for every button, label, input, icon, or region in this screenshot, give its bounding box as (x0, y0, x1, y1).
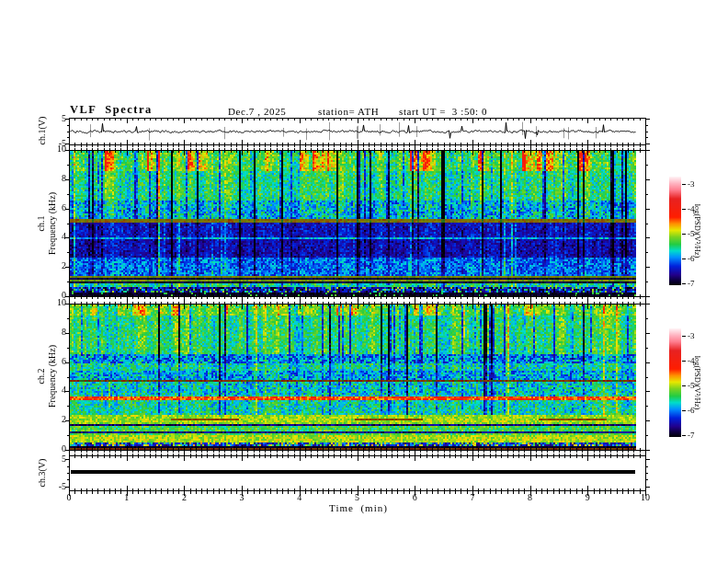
x-tick-label: 8 (528, 493, 532, 502)
y-tick-label: 4 (37, 385, 66, 395)
y-tick-label: 8 (37, 327, 66, 337)
colorbar-tick-label: -5 (688, 230, 695, 238)
header-start-ut: start UT = 3 :50: 0 (399, 107, 487, 117)
colorbar-tick-label: -4 (688, 357, 695, 365)
colorbar-tick-label: -6 (688, 255, 695, 263)
y-tick-label: -5 (37, 139, 66, 148)
x-tick-label: 9 (586, 493, 590, 502)
spec1-frequency-axis-label: Frequency (kHz) (48, 192, 57, 255)
plot-title: VLF Spectra (70, 104, 153, 116)
colorbar-tick-label: -5 (688, 382, 695, 390)
y-tick-label: 6 (37, 203, 66, 213)
time-axis-label: Time (min) (329, 503, 388, 513)
x-tick-label: 5 (355, 493, 359, 502)
y-tick-label: 4 (37, 232, 66, 241)
colorbar-tick-label: -7 (688, 280, 695, 288)
colorbar-tick-label: -7 (688, 431, 695, 440)
x-tick-label: 1 (124, 493, 129, 502)
header-date: Dec.7 , 2025 (228, 107, 286, 117)
x-tick-label: 3 (240, 493, 245, 502)
colorbar-tick-label: -3 (688, 180, 695, 189)
y-tick-label: 6 (37, 357, 66, 366)
x-tick-label: 7 (470, 493, 474, 502)
colorbar-2-label: log(PSD)(V²/Hz) (694, 356, 702, 410)
header-station: station= ATH (318, 107, 379, 117)
x-tick-label: 2 (182, 493, 187, 502)
y-tick-label: 5 (37, 454, 66, 464)
y-tick-label: 2 (37, 415, 66, 424)
colorbar-tick-label: -4 (688, 205, 695, 213)
vlf-spectra-figure: VLF Spectra Dec.7 , 2025 station= ATH st… (0, 0, 728, 563)
x-tick-label: 4 (297, 493, 301, 502)
y-tick-label: 2 (37, 261, 66, 270)
spec1-channel-label: ch.1 (37, 216, 46, 232)
spec2-channel-label: ch.2 (37, 369, 46, 385)
y-tick-label: 5 (37, 114, 66, 123)
colorbar-1-label: log(PSD)(V²/Hz) (694, 204, 702, 259)
y-tick-label: 10 (37, 298, 66, 307)
spec2-frequency-axis-label: Frequency (kHz) (48, 345, 57, 408)
x-tick-label: 6 (413, 493, 417, 502)
x-tick-label: 10 (641, 493, 650, 502)
colorbar-tick-label: -3 (688, 332, 695, 340)
colorbar-tick-label: -6 (688, 407, 695, 415)
y-tick-label: -5 (37, 482, 66, 491)
axes-frames-and-ticks (0, 0, 728, 563)
y-tick-label: 0 (37, 444, 66, 454)
x-tick-label: 0 (67, 493, 72, 502)
y-tick-label: 8 (37, 174, 66, 183)
